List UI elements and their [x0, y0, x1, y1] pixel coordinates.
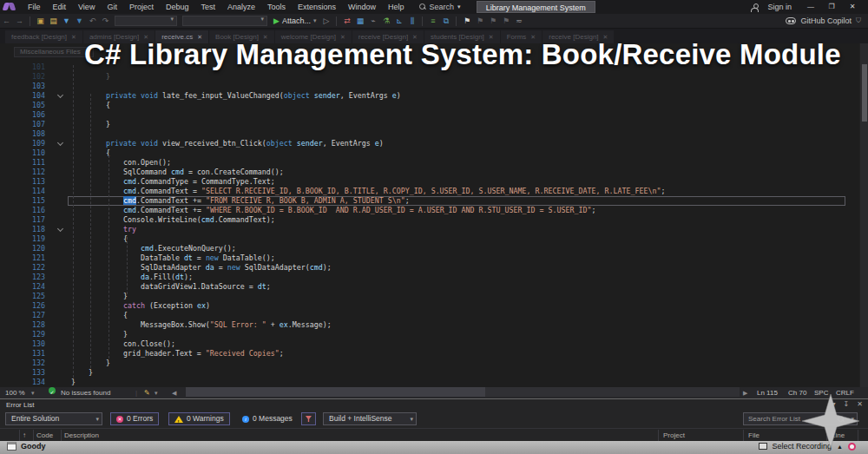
menu-debug[interactable]: Debug [160, 0, 195, 14]
code-line-121[interactable]: 121 DataTable dt = new DataTable(); [0, 253, 858, 263]
preview-window-icon[interactable]: ▦ [354, 15, 365, 28]
tab-feedback-design-[interactable]: feedback [Design]✕ [5, 30, 82, 43]
start-without-debug-icon[interactable]: ▷ [320, 15, 332, 28]
fold-chevron-icon[interactable] [58, 227, 63, 232]
issues-status-label[interactable]: No issues found [61, 387, 110, 398]
menu-test[interactable]: Test [194, 0, 221, 14]
code-line-122[interactable]: 122 SqlDataAdapter da = new SqlDataAdapt… [0, 263, 858, 273]
code-line-102[interactable]: 102 } [0, 72, 858, 82]
code-line-107[interactable]: 107 } [0, 120, 858, 129]
code-line-123[interactable]: 123 da.Fill(dt); [0, 273, 858, 282]
code-line-116[interactable]: 116 cmd.CommandText += "WHERE R.BOOK_ID … [0, 206, 858, 215]
code-line-134[interactable]: 134} [0, 378, 858, 387]
new-project-icon[interactable]: ▣ [35, 15, 46, 28]
code-line-108[interactable]: 108 [0, 129, 858, 139]
code-line-113[interactable]: 113 cmd.CommandType = CommandType.Text; [0, 177, 858, 187]
navigate-forward-icon[interactable]: → [14, 15, 25, 28]
code-line-115[interactable]: 115 cmd.CommandText += "FROM RECEIVE R, … [0, 196, 858, 206]
code-line-128[interactable]: 128 MessageBox.Show("SQL Error: " + ex.M… [0, 320, 858, 330]
scrollbar-thumb[interactable] [186, 387, 485, 397]
code-line-103[interactable]: 103 [0, 82, 858, 91]
menu-analyze[interactable]: Analyze [221, 0, 261, 14]
solution-configurations-dropdown[interactable] [115, 16, 177, 26]
restore-button[interactable]: ❐ [821, 0, 842, 14]
redo-icon[interactable]: ↷ [100, 15, 111, 28]
list-members-icon[interactable]: ≡ [427, 15, 438, 28]
attach-button[interactable]: ▶ Attach... ▾ [273, 16, 316, 25]
bookmark-window-icon[interactable]: ≂ [513, 15, 524, 28]
bookmark-next-icon[interactable]: ⚑ [487, 15, 498, 28]
code-line-111[interactable]: 111 con.Open(); [0, 158, 858, 168]
code-line-130[interactable]: 130 con.Close(); [0, 339, 858, 349]
scroll-left-arrow[interactable]: ◀ [172, 387, 176, 398]
code-line-133[interactable]: 133 } [0, 368, 858, 378]
code-line-132[interactable]: 132 } [0, 359, 858, 368]
code-line-127[interactable]: 127 { [0, 311, 858, 320]
fold-chevron-icon[interactable] [58, 141, 63, 146]
code-line-105[interactable]: 105 { [0, 101, 858, 110]
messages-toggle-button[interactable]: i 0 Messages [236, 412, 299, 425]
zoom-level-dropdown[interactable]: 100 % [5, 387, 25, 398]
menu-view[interactable]: View [72, 0, 101, 14]
menu-window[interactable]: Window [342, 0, 382, 14]
menu-git[interactable]: Git [101, 0, 123, 14]
taskbar-app-button[interactable]: Goody [7, 442, 46, 451]
search-button[interactable]: Search ▾ [419, 3, 461, 11]
scope-dropdown[interactable]: Entire Solution [5, 412, 102, 425]
solution-explorer-icon[interactable]: ⊾ [393, 15, 404, 28]
code-cleanup-icon[interactable]: ✎ [144, 387, 150, 398]
code-line-106[interactable]: 106 [0, 110, 858, 120]
column-code[interactable]: Code [36, 431, 53, 439]
menu-file[interactable]: File [22, 0, 47, 14]
column-file[interactable]: File [748, 431, 760, 439]
navigate-backward-icon[interactable]: ← [1, 15, 12, 28]
code-line-114[interactable]: 114 cmd.CommandText = "SELECT R.RECEIVE_… [0, 187, 858, 196]
github-copilot-button[interactable]: GitHub Copilot ⛉ [786, 16, 868, 25]
severity-sort-icon[interactable]: ↑ [23, 431, 26, 439]
code-line-120[interactable]: 120 cmd.ExecuteNonQuery(); [0, 244, 858, 253]
save-all-icon[interactable]: ▼ [74, 15, 85, 28]
menu-project[interactable]: Project [123, 0, 160, 14]
solution-platforms-dropdown[interactable] [182, 16, 267, 26]
code-line-110[interactable]: 110 { [0, 148, 858, 158]
column-project[interactable]: Project [663, 431, 685, 439]
code-editor[interactable]: Miscellaneous Files 101102 }103104 priva… [0, 43, 868, 387]
tab-close-icon[interactable]: ✕ [71, 34, 76, 40]
scroll-right-arrow[interactable]: ▶ [743, 387, 747, 398]
editor-vertical-scrollbar[interactable] [859, 43, 868, 387]
code-line-131[interactable]: 131 grid_header.Text = "Received Copies"… [0, 349, 858, 359]
scrollbar-thumb[interactable] [862, 64, 867, 122]
fold-chevron-icon[interactable] [58, 93, 63, 98]
code-line-125[interactable]: 125 } [0, 292, 858, 301]
line-indicator[interactable]: Ln 115 [757, 387, 778, 398]
filter-button[interactable] [301, 412, 316, 425]
bookmark-prev-icon[interactable]: ⚑ [474, 15, 485, 28]
editor-horizontal-scrollbar[interactable] [186, 387, 740, 397]
menu-extensions[interactable]: Extensions [292, 0, 342, 14]
undo-icon[interactable]: ↶ [87, 15, 98, 28]
save-icon[interactable]: ▼ [61, 15, 72, 28]
code-line-117[interactable]: 117 Console.WriteLine(cmd.CommandText); [0, 215, 858, 225]
code-line-118[interactable]: 118 try [0, 225, 858, 234]
errors-toggle-button[interactable]: ✕ 0 Errors [110, 412, 159, 425]
bookmark-icon[interactable]: ⚑ [461, 15, 472, 28]
close-button[interactable]: ✕ [842, 0, 863, 14]
menu-tools[interactable]: Tools [261, 0, 292, 14]
project-breadcrumb-dropdown[interactable]: Miscellaneous Files [14, 47, 94, 57]
open-file-icon[interactable]: ▤ [48, 15, 59, 28]
build-intellisense-dropdown[interactable]: Build + IntelliSense [323, 412, 417, 425]
code-line-109[interactable]: 109 private void view_received_btn_Click… [0, 139, 858, 148]
hot-reload-icon[interactable]: ⇄ [341, 15, 352, 28]
code-line-104[interactable]: 104 private void late_fee_input_ValueCha… [0, 91, 858, 101]
test-explorer-icon[interactable]: ⚗ [380, 15, 391, 28]
warnings-toggle-button[interactable]: 0 Warnings [168, 412, 230, 425]
code-line-126[interactable]: 126 catch (Exception ex) [0, 301, 858, 311]
menu-help[interactable]: Help [382, 0, 411, 14]
code-line-112[interactable]: 112 SqlCommand cmd = con.CreateCommand()… [0, 168, 858, 177]
column-description[interactable]: Description [64, 431, 99, 439]
minimize-button[interactable]: — [800, 0, 821, 14]
parameter-info-icon[interactable]: ⧉ [440, 15, 451, 28]
sign-in-button[interactable]: Sign in [767, 3, 792, 11]
menu-edit[interactable]: Edit [47, 0, 73, 14]
code-line-129[interactable]: 129 } [0, 330, 858, 339]
